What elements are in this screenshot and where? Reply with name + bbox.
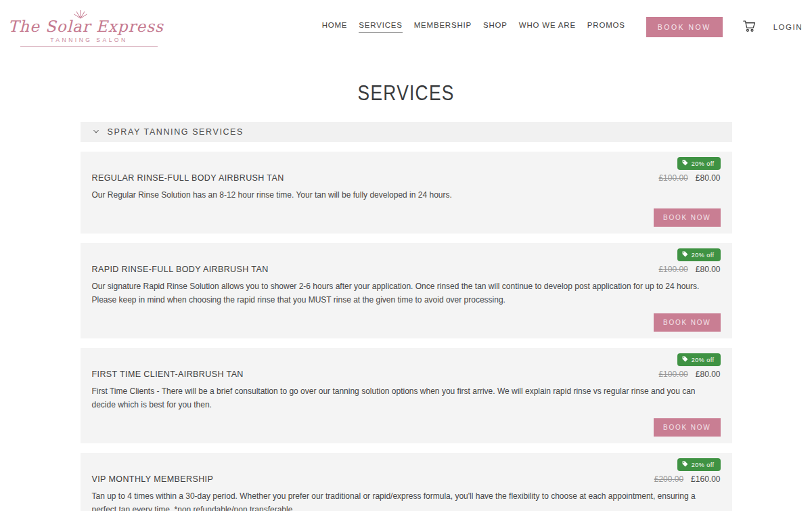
service-title: FIRST TIME CLIENT-AIRBRUSH TAN: [92, 370, 244, 379]
discount-badge: 20% off: [677, 353, 721, 366]
service-description: Tan up to 4 times within a 30-day period…: [92, 490, 721, 511]
service-card-regular-rinse: 20% off REGULAR RINSE-FULL BODY AIRBRUSH…: [81, 152, 732, 234]
site-header: The Solar Express TANNING SALON HOME SER…: [0, 0, 812, 54]
tag-icon: [682, 251, 688, 259]
service-price: £160.00: [691, 474, 720, 484]
service-card-first-time-client: 20% off FIRST TIME CLIENT-AIRBRUSH TAN £…: [81, 348, 732, 443]
main-nav: HOME SERVICES MEMBERSHIP SHOP WHO WE ARE…: [322, 17, 803, 37]
service-price: £80.00: [696, 173, 721, 183]
discount-badge: 20% off: [677, 157, 721, 170]
service-description: First Time Clients - There will be a bri…: [92, 385, 721, 412]
service-book-now-button[interactable]: BOOK NOW: [654, 313, 721, 332]
tag-icon: [682, 461, 688, 468]
service-description: Our signature Rapid Rinse Solution allow…: [92, 280, 721, 307]
accordion-label: SPRAY TANNING SERVICES: [108, 127, 244, 137]
service-book-now-button[interactable]: BOOK NOW: [654, 208, 721, 227]
services-container: SPRAY TANNING SERVICES 20% off REGULAR R…: [81, 122, 732, 511]
discount-badge: 20% off: [677, 458, 721, 471]
login-link[interactable]: LOGIN: [773, 23, 803, 31]
page-title-section: SERVICES: [0, 81, 812, 106]
nav-item-membership[interactable]: MEMBERSHIP: [414, 21, 472, 33]
service-price: £80.00: [696, 265, 721, 274]
nav-item-who-we-are[interactable]: WHO WE ARE: [519, 21, 576, 33]
discount-badge-label: 20% off: [692, 462, 715, 468]
nav-item-shop[interactable]: SHOP: [483, 21, 508, 33]
service-card-vip-membership: 20% off VIP MONTHLY MEMBERSHIP £200.00 £…: [81, 453, 732, 511]
service-old-price: £100.00: [658, 173, 687, 183]
tag-icon: [682, 160, 688, 167]
sun-rays-icon: [72, 9, 89, 22]
service-card-rapid-rinse: 20% off RAPID RINSE-FULL BODY AIRBRUSH T…: [81, 243, 732, 338]
brand-tagline: TANNING SALON: [20, 37, 157, 47]
service-old-price: £100.00: [658, 370, 687, 379]
book-now-button[interactable]: BOOK NOW: [646, 17, 723, 37]
service-old-price: £200.00: [654, 474, 683, 484]
discount-badge-label: 20% off: [692, 252, 715, 259]
service-book-now-button[interactable]: BOOK NOW: [654, 418, 721, 437]
service-title: VIP MONTHLY MEMBERSHIP: [92, 474, 214, 484]
discount-badge: 20% off: [677, 248, 721, 261]
discount-badge-label: 20% off: [692, 357, 715, 363]
cart-button[interactable]: [742, 20, 757, 35]
service-title: RAPID RINSE-FULL BODY AIRBRUSH TAN: [92, 265, 269, 274]
discount-badge-label: 20% off: [692, 160, 715, 167]
brand-logo[interactable]: The Solar Express TANNING SALON: [8, 8, 164, 47]
cart-icon: [742, 20, 757, 35]
service-price: £80.00: [696, 370, 721, 379]
tag-icon: [682, 356, 688, 363]
service-old-price: £100.00: [658, 265, 687, 274]
nav-item-home[interactable]: HOME: [322, 21, 348, 33]
chevron-down-icon: [92, 126, 100, 138]
service-title: REGULAR RINSE-FULL BODY AIRBRUSH TAN: [92, 173, 284, 183]
page-title: SERVICES: [358, 81, 455, 106]
nav-item-promos[interactable]: PROMOS: [587, 21, 625, 33]
nav-item-services[interactable]: SERVICES: [359, 21, 402, 33]
service-description: Our Regular Rinse Solution has an 8-12 h…: [92, 189, 721, 202]
accordion-spray-tanning-services[interactable]: SPRAY TANNING SERVICES: [81, 122, 732, 142]
